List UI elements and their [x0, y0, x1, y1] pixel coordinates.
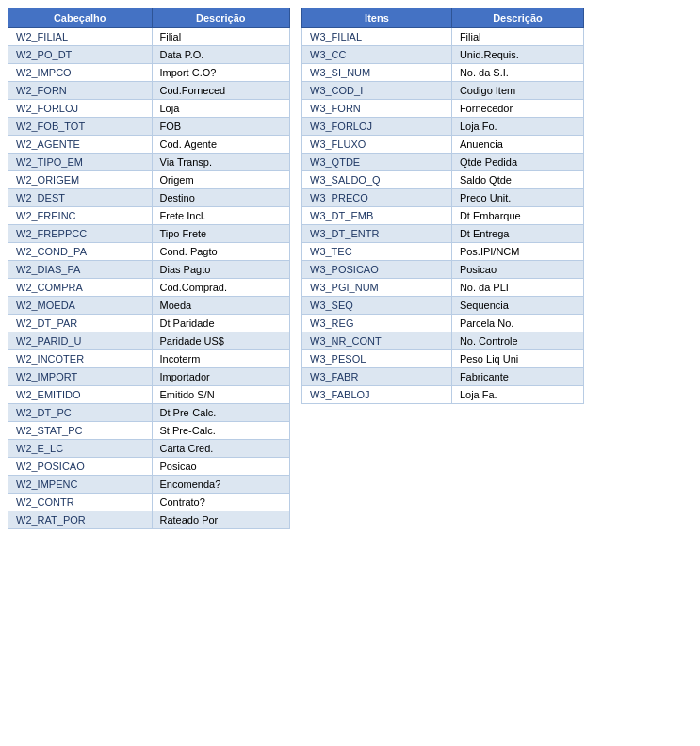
- left-table-col2-cell: Contrato?: [152, 494, 290, 511]
- left-table-col2-cell: Paridade US$: [152, 332, 290, 350]
- table-row: W3_NR_CONTNo. Controle: [302, 332, 584, 350]
- left-table-col2-cell: Incoterm: [152, 350, 290, 368]
- left-table-body: W2_FILIALFilialW2_PO_DTData P.O.W2_IMPCO…: [8, 28, 290, 529]
- table-row: W2_FREPPCCTipo Frete: [8, 225, 290, 243]
- right-table-col2-cell: Parcela No.: [451, 315, 583, 332]
- tables-container: Cabeçalho Descrição W2_FILIALFilialW2_PO…: [8, 8, 692, 529]
- table-row: W2_IMPENCEncomenda?: [8, 476, 290, 494]
- right-table-col2-cell: Posicao: [451, 261, 583, 279]
- left-table-col2-cell: Via Transp.: [152, 154, 290, 171]
- right-table-col2-header: Descrição: [451, 8, 583, 28]
- left-table-col2-header: Descrição: [152, 8, 290, 28]
- table-row: W3_POSICAOPosicao: [302, 261, 584, 279]
- right-table-col1-cell: W3_FABLOJ: [302, 386, 452, 404]
- right-table-col2-cell: Codigo Item: [451, 82, 583, 100]
- table-row: W2_DT_PARDt Paridade: [8, 315, 290, 332]
- right-table-col2-cell: Qtde Pedida: [451, 154, 583, 171]
- table-row: W3_DT_ENTRDt Entrega: [302, 225, 584, 243]
- left-table-col1-cell: W2_CONTR: [8, 494, 153, 511]
- left-table-col2-cell: Moeda: [152, 297, 290, 315]
- table-row: W3_PESOLPeso Liq Uni: [302, 350, 584, 368]
- right-table-col2-cell: Loja Fa.: [451, 386, 583, 404]
- left-table-col2-cell: Encomenda?: [152, 476, 290, 494]
- left-table-col1-cell: W2_FORN: [8, 82, 153, 100]
- right-table-col1-cell: W3_SI_NUM: [302, 64, 452, 82]
- table-row: W2_FREINCFrete Incl.: [8, 207, 290, 225]
- table-row: W3_FABLOJLoja Fa.: [302, 386, 584, 404]
- left-table-col1-cell: W2_FILIAL: [8, 28, 153, 46]
- right-table-col1-cell: W3_REG: [302, 315, 452, 332]
- right-table-col1-cell: W3_POSICAO: [302, 261, 452, 279]
- left-table-col1-cell: W2_PO_DT: [8, 46, 153, 64]
- left-table-col1-header: Cabeçalho: [8, 8, 153, 28]
- left-table-col2-cell: Import C.O?: [152, 64, 290, 82]
- left-table-col2-cell: Dias Pagto: [152, 261, 290, 279]
- left-table-col2-cell: Tipo Frete: [152, 225, 290, 243]
- left-table-col2-cell: Destino: [152, 189, 290, 207]
- left-table-col1-cell: W2_RAT_POR: [8, 511, 153, 529]
- right-table-col1-cell: W3_FLUXO: [302, 136, 452, 154]
- left-table-col1-cell: W2_IMPORT: [8, 368, 153, 386]
- right-table-col1-cell: W3_FORN: [302, 100, 452, 118]
- table-row: W2_STAT_PCSt.Pre-Calc.: [8, 422, 290, 440]
- table-row: W2_PARID_UParidade US$: [8, 332, 290, 350]
- right-table-col1-cell: W3_FORLOJ: [302, 118, 452, 136]
- right-table-col2-cell: Dt Entrega: [451, 225, 583, 243]
- right-table-col1-cell: W3_DT_EMB: [302, 207, 452, 225]
- table-row: W2_IMPCOImport C.O?: [8, 64, 290, 82]
- table-row: W2_AGENTECod. Agente: [8, 136, 290, 154]
- left-table-col1-cell: W2_TIPO_EM: [8, 154, 153, 171]
- left-table-col2-cell: FOB: [152, 118, 290, 136]
- table-row: W2_FORNCod.Forneced: [8, 82, 290, 100]
- left-table-col1-cell: W2_COND_PA: [8, 243, 153, 261]
- table-row: W3_FABRFabricante: [302, 368, 584, 386]
- right-table-col2-cell: Fornecedor: [451, 100, 583, 118]
- table-row: W3_CCUnid.Requis.: [302, 46, 584, 64]
- right-table-col1-cell: W3_QTDE: [302, 154, 452, 171]
- left-table-col2-cell: Filial: [152, 28, 290, 46]
- right-table-body: W3_FILIALFilialW3_CCUnid.Requis.W3_SI_NU…: [302, 28, 584, 404]
- table-row: W3_SALDO_QSaldo Qtde: [302, 171, 584, 189]
- right-table-col1-cell: W3_TEC: [302, 243, 452, 261]
- right-table-col2-cell: Filial: [451, 28, 583, 46]
- left-table-col2-cell: Cod.Forneced: [152, 82, 290, 100]
- left-table-col1-cell: W2_FREINC: [8, 207, 153, 225]
- right-table: Itens Descrição W3_FILIALFilialW3_CCUnid…: [301, 8, 584, 404]
- left-table-col1-cell: W2_FREPPCC: [8, 225, 153, 243]
- right-table-col2-cell: Unid.Requis.: [451, 46, 583, 64]
- left-table-col1-cell: W2_COMPRA: [8, 279, 153, 297]
- table-row: W2_PO_DTData P.O.: [8, 46, 290, 64]
- left-table-col1-cell: W2_DIAS_PA: [8, 261, 153, 279]
- table-row: W2_CONTRContrato?: [8, 494, 290, 511]
- table-row: W2_DT_PCDt Pre-Calc.: [8, 404, 290, 422]
- left-table-col2-cell: Cond. Pagto: [152, 243, 290, 261]
- table-row: W2_FILIALFilial: [8, 28, 290, 46]
- table-row: W2_TIPO_EMVia Transp.: [8, 154, 290, 171]
- right-table-col1-cell: W3_NR_CONT: [302, 332, 452, 350]
- left-table-col1-cell: W2_MOEDA: [8, 297, 153, 315]
- right-table-col2-cell: Fabricante: [451, 368, 583, 386]
- left-table-col1-cell: W2_FORLOJ: [8, 100, 153, 118]
- table-row: W2_COND_PACond. Pagto: [8, 243, 290, 261]
- table-row: W3_PGI_NUMNo. da PLI: [302, 279, 584, 297]
- left-table: Cabeçalho Descrição W2_FILIALFilialW2_PO…: [8, 8, 290, 529]
- right-table-col2-cell: Peso Liq Uni: [451, 350, 583, 368]
- left-table-col2-cell: Data P.O.: [152, 46, 290, 64]
- right-table-col2-cell: Preco Unit.: [451, 189, 583, 207]
- left-table-col1-cell: W2_INCOTER: [8, 350, 153, 368]
- right-table-col1-cell: W3_SALDO_Q: [302, 171, 452, 189]
- table-row: W3_FLUXOAnuencia: [302, 136, 584, 154]
- left-table-col1-cell: W2_IMPENC: [8, 476, 153, 494]
- right-table-col2-cell: Sequencia: [451, 297, 583, 315]
- table-row: W2_ORIGEMOrigem: [8, 171, 290, 189]
- table-row: W2_RAT_PORRateado Por: [8, 511, 290, 529]
- table-row: W2_FOB_TOTFOB: [8, 118, 290, 136]
- right-table-col1-cell: W3_FILIAL: [302, 28, 452, 46]
- table-row: W3_FORLOJLoja Fo.: [302, 118, 584, 136]
- right-table-col2-cell: No. da S.I.: [451, 64, 583, 82]
- left-table-col1-cell: W2_AGENTE: [8, 136, 153, 154]
- right-table-col2-cell: Anuencia: [451, 136, 583, 154]
- left-table-col1-cell: W2_STAT_PC: [8, 422, 153, 440]
- table-row: W3_QTDEQtde Pedida: [302, 154, 584, 171]
- right-table-col2-cell: Saldo Qtde: [451, 171, 583, 189]
